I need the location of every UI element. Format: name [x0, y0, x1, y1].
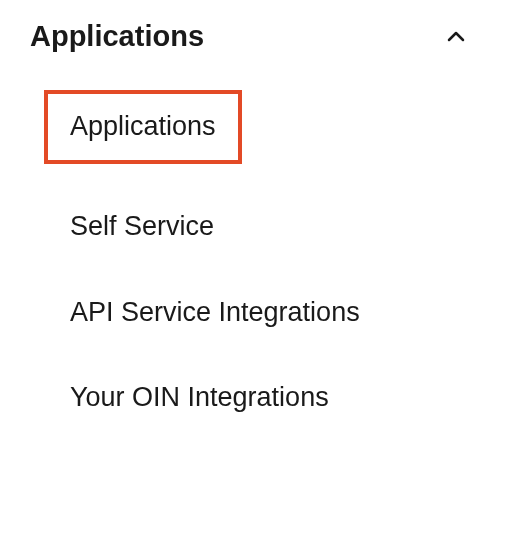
nav-items-list: Applications Self Service API Service In… — [30, 108, 488, 417]
nav-section-header[interactable]: Applications — [30, 20, 488, 53]
nav-section-title: Applications — [30, 20, 204, 53]
nav-section-applications: Applications Applications Self Service A… — [0, 0, 518, 437]
chevron-up-icon — [444, 25, 468, 49]
nav-item-your-oin-integrations[interactable]: Your OIN Integrations — [70, 379, 488, 417]
nav-item-applications[interactable]: Applications — [44, 90, 242, 164]
nav-item-api-service-integrations[interactable]: API Service Integrations — [70, 294, 488, 332]
nav-item-self-service[interactable]: Self Service — [70, 208, 488, 246]
